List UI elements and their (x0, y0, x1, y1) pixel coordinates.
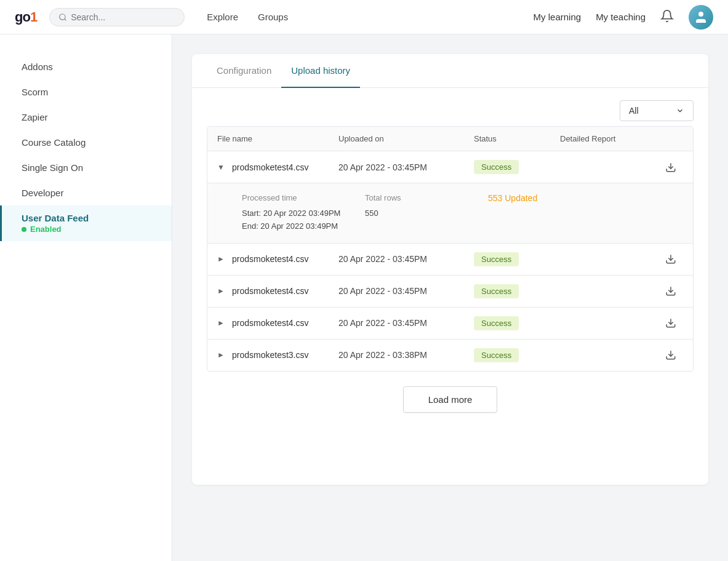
sidebar-item-scorm[interactable]: Scorm (0, 79, 172, 105)
tab-configuration[interactable]: Configuration (207, 54, 281, 88)
status-cell: Success (474, 252, 560, 266)
uploaded-on: 20 Apr 2022 - 03:45PM (338, 286, 474, 296)
col-status: Status (474, 134, 560, 143)
table-row: ► prodsmoketest3.csv 20 Apr 2022 - 03:38… (207, 340, 693, 371)
my-learning-link[interactable]: My learning (534, 9, 582, 25)
expand-icon[interactable]: ► (217, 287, 227, 295)
status-cell: Success (474, 160, 560, 174)
nav-groups[interactable]: Groups (250, 7, 295, 27)
search-bar[interactable] (49, 8, 185, 26)
filename: prodsmoketest4.csv (232, 254, 309, 264)
status-badge: Success (474, 284, 519, 298)
col-detailed-report: Detailed Report (560, 134, 658, 143)
total-rows-value: 550 (365, 207, 488, 220)
svg-point-2 (698, 12, 703, 17)
uploaded-on: 20 Apr 2022 - 03:45PM (338, 162, 474, 172)
sidebar-item-user-data-feed[interactable]: User Data Feed Enabled (0, 205, 172, 241)
filename: prodsmoketest4.csv (232, 286, 309, 296)
nav-explore[interactable]: Explore (199, 7, 246, 27)
filter-row: All (192, 88, 708, 126)
tab-upload-history[interactable]: Upload history (281, 54, 360, 88)
table-row: ► prodsmoketest4.csv 20 Apr 2022 - 03:45… (207, 244, 693, 276)
expand-icon[interactable]: ► (217, 319, 227, 327)
status-filter[interactable]: All (620, 100, 694, 121)
sidebar-item-label: User Data Feed (22, 213, 89, 223)
file-name-cell: ► prodsmoketest4.csv (217, 254, 338, 264)
total-rows-section: Total rows 550 (365, 193, 488, 233)
download-button[interactable] (658, 349, 683, 360)
collapse-icon[interactable]: ▼ (217, 163, 227, 172)
uploaded-on: 20 Apr 2022 - 03:38PM (338, 350, 474, 360)
filename: prodsmoketest4.csv (232, 162, 309, 172)
expanded-details: Processed time Start: 20 Apr 2022 03:49P… (207, 183, 693, 244)
updated-count: 553 Updated (488, 193, 658, 203)
sidebar-item-zapier[interactable]: Zapier (0, 105, 172, 130)
file-name-cell: ► prodsmoketest4.csv (217, 318, 338, 328)
status-cell: Success (474, 348, 560, 362)
content-card: Configuration Upload history All File na… (192, 54, 708, 485)
file-name-cell: ► prodsmoketest3.csv (217, 350, 338, 360)
status-cell: Success (474, 316, 560, 330)
primary-nav: Explore Groups (199, 7, 533, 27)
search-icon (58, 13, 67, 22)
status-dot (22, 227, 26, 232)
col-filename: File name (217, 134, 338, 143)
status-badge: Success (474, 348, 519, 362)
svg-point-0 (60, 14, 65, 19)
total-rows-label: Total rows (365, 193, 488, 202)
avatar[interactable] (689, 5, 713, 30)
filename: prodsmoketest3.csv (232, 350, 309, 360)
load-more-button[interactable]: Load more (403, 386, 498, 413)
header-right: My learning My teaching (534, 5, 713, 30)
my-teaching-link[interactable]: My teaching (596, 9, 646, 25)
upload-table: File name Uploaded on Status Detailed Re… (192, 126, 708, 372)
expand-icon[interactable]: ► (217, 255, 227, 263)
processed-time-section: Processed time Start: 20 Apr 2022 03:49P… (242, 193, 365, 233)
download-button[interactable] (658, 317, 683, 328)
updated-section: 553 Updated (488, 193, 658, 233)
col-uploaded-on: Uploaded on (338, 134, 474, 143)
sidebar: Addons Scorm Zapier Course Catalog Singl… (0, 34, 172, 561)
table-row: ► prodsmoketest4.csv 20 Apr 2022 - 03:45… (207, 308, 693, 340)
status-badge: Success (474, 160, 519, 174)
file-name-cell: ▼ prodsmoketest4.csv (217, 162, 338, 172)
uploaded-on: 20 Apr 2022 - 03:45PM (338, 318, 474, 328)
expand-icon[interactable]: ► (217, 351, 227, 359)
download-button[interactable] (658, 285, 683, 296)
main-content: Configuration Upload history All File na… (172, 34, 728, 561)
status-cell: Success (474, 284, 560, 298)
status-badge: Success (474, 252, 519, 266)
load-more-row: Load more (192, 372, 708, 428)
notifications-icon[interactable] (660, 9, 674, 25)
table-row: ▼ prodsmoketest4.csv 20 Apr 2022 - 03:45… (207, 151, 693, 183)
sidebar-item-course-catalog[interactable]: Course Catalog (0, 130, 172, 155)
page-layout: Addons Scorm Zapier Course Catalog Singl… (0, 34, 728, 561)
uploaded-on: 20 Apr 2022 - 03:45PM (338, 254, 474, 264)
table-row: ► prodsmoketest4.csv 20 Apr 2022 - 03:45… (207, 276, 693, 308)
svg-line-1 (65, 18, 66, 20)
processed-time-label: Processed time (242, 193, 365, 202)
search-input[interactable] (71, 12, 175, 22)
table-header: File name Uploaded on Status Detailed Re… (207, 127, 693, 151)
app-logo[interactable]: go1 (15, 9, 37, 25)
tab-bar: Configuration Upload history (192, 54, 708, 88)
sidebar-item-developer[interactable]: Developer (0, 180, 172, 205)
status-badge: Success (474, 316, 519, 330)
table-scroll: File name Uploaded on Status Detailed Re… (207, 126, 694, 372)
sidebar-item-addons[interactable]: Addons (0, 54, 172, 79)
app-header: go1 Explore Groups My learning My teachi… (0, 0, 728, 34)
sidebar-status: Enabled (22, 225, 152, 234)
end-time: End: 20 Apr 2022 03:49PM (242, 220, 365, 233)
sidebar-item-single-sign-on[interactable]: Single Sign On (0, 155, 172, 180)
filename: prodsmoketest4.csv (232, 318, 309, 328)
filter-value: All (629, 106, 639, 116)
chevron-down-icon (676, 106, 684, 115)
status-text: Enabled (30, 225, 62, 234)
download-button[interactable] (658, 253, 683, 265)
file-name-cell: ► prodsmoketest4.csv (217, 286, 338, 296)
start-time: Start: 20 Apr 2022 03:49PM (242, 207, 365, 220)
col-spacer (658, 134, 683, 143)
download-button[interactable] (658, 162, 683, 173)
